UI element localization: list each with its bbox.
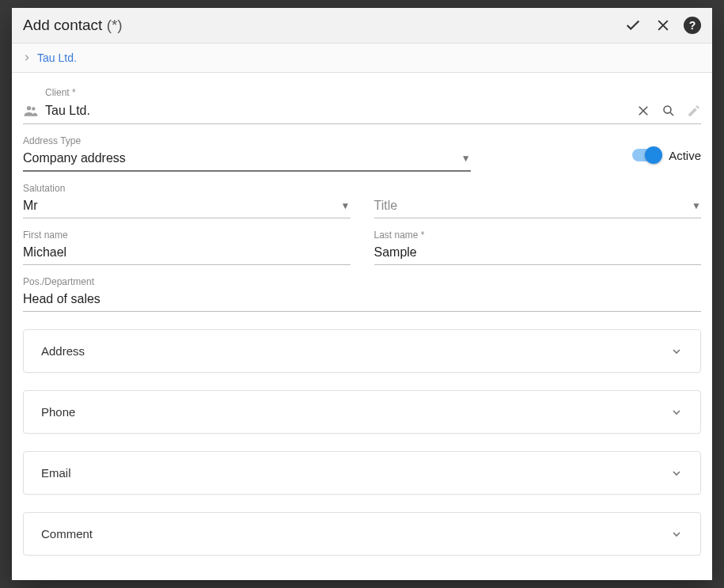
client-input-row [23,100,701,124]
salutation-title-row: Salutation Mr ▼ Title ▼ [23,172,701,218]
address-type-label: Address Type [23,135,471,146]
toggle-knob [645,146,662,164]
position-input[interactable] [23,292,701,306]
pencil-icon [687,104,701,118]
address-type-value: Company address [23,151,457,165]
phone-section-title: Phone [41,405,75,419]
client-label: Client * [45,87,701,98]
chevron-right-icon [23,54,31,62]
active-toggle[interactable] [632,149,661,161]
breadcrumb-bar: Tau Ltd. [12,44,712,73]
last-name-label: Last name * [374,230,702,241]
salutation-select[interactable]: Mr ▼ [23,195,351,218]
people-icon [23,103,39,119]
email-section-title: Email [41,466,71,480]
confirm-button[interactable] [624,16,643,35]
address-section-header[interactable]: Address [24,330,700,372]
add-contact-dialog: Add contact (*) ? Tau Ltd. Client * [12,8,712,580]
breadcrumb-client-link[interactable]: Tau Ltd. [37,51,77,64]
first-name-field: First name [23,230,351,265]
position-field: Pos./Department [23,276,701,312]
address-type-field: Address Type Company address ▼ [23,135,471,172]
comment-section: Comment [23,512,701,556]
dialog-header: Add contact (*) ? [12,8,712,44]
client-input[interactable] [45,104,636,118]
last-name-field: Last name * [374,230,702,265]
chevron-down-icon: ▼ [461,153,471,164]
salutation-field: Salutation Mr ▼ [23,183,351,218]
close-button[interactable] [654,16,673,35]
active-field: Active [495,124,701,172]
active-label: Active [669,149,701,162]
phone-section: Phone [23,390,701,434]
dialog-modified-indicator: (*) [107,17,123,33]
client-field: Client * [23,87,701,124]
name-row: First name Last name * [23,218,701,265]
client-field-actions [636,104,701,118]
comment-section-header[interactable]: Comment [24,513,700,555]
help-button[interactable]: ? [684,17,701,34]
first-name-label: First name [23,230,351,241]
dialog-actions: ? [624,16,701,35]
address-active-row: Address Type Company address ▼ Active [23,124,701,172]
svg-point-1 [32,107,35,110]
salutation-value: Mr [23,199,336,213]
title-placeholder: Title [374,199,688,213]
close-icon [655,17,671,33]
address-section-title: Address [41,344,85,358]
email-section: Email [23,451,701,495]
search-client-button[interactable] [661,104,676,118]
title-field: Title ▼ [374,183,702,218]
comment-section-title: Comment [41,527,93,541]
title-label [374,183,702,194]
chevron-down-icon: ▼ [341,200,351,211]
title-select[interactable]: Title ▼ [374,195,702,218]
chevron-down-icon [670,467,683,480]
svg-point-0 [27,106,31,110]
chevron-down-icon [670,406,683,419]
dialog-title-text: Add contact [23,17,102,33]
edit-client-button[interactable] [687,104,701,118]
check-icon [624,17,642,34]
salutation-label: Salutation [23,183,351,194]
first-name-input[interactable] [23,245,351,260]
email-section-header[interactable]: Email [24,452,700,494]
close-icon [636,104,650,118]
dialog-content: Client * [12,73,712,580]
last-name-input[interactable] [374,245,702,260]
position-label: Pos./Department [23,276,701,287]
chevron-down-icon [670,345,683,358]
dialog-title: Add contact (*) [23,17,123,34]
chevron-down-icon [670,528,683,541]
phone-section-header[interactable]: Phone [24,391,700,433]
search-icon [661,104,676,118]
address-type-select[interactable]: Company address ▼ [23,148,471,172]
svg-point-2 [664,106,671,113]
chevron-down-icon: ▼ [692,200,701,211]
clear-client-button[interactable] [636,104,650,118]
address-section: Address [23,329,701,373]
